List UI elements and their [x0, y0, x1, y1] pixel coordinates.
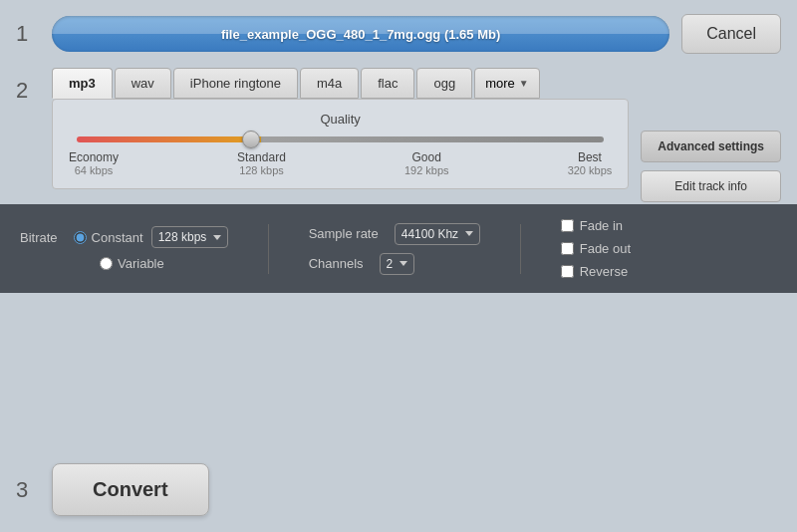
- sample-rate-dropdown[interactable]: 44100 Khz: [395, 223, 480, 245]
- advanced-panel: Bitrate Constant 128 kbps Variable: [0, 204, 797, 293]
- sample-rate-row: Sample rate 44100 Khz: [309, 223, 480, 245]
- reverse-checkbox[interactable]: [561, 265, 574, 278]
- quality-standard: Standard 128 kbps: [237, 150, 286, 176]
- file-bar: file_example_OGG_480_1_7mg.ogg (1.65 Mb): [52, 16, 669, 52]
- bitrate-constant-text: Constant: [92, 230, 143, 245]
- tab-more[interactable]: more ▼: [474, 68, 540, 99]
- tab-mp3[interactable]: mp3: [52, 68, 113, 99]
- step-2-number: 2: [16, 68, 40, 104]
- tab-ogg[interactable]: ogg: [416, 68, 472, 99]
- section-1: 1 file_example_OGG_480_1_7mg.ogg (1.65 M…: [0, 0, 797, 68]
- quality-title: Quality: [69, 112, 612, 127]
- slider-thumb[interactable]: [242, 131, 260, 148]
- tab-iphone-ringtone[interactable]: iPhone ringtone: [173, 68, 298, 99]
- fade-in-text: Fade in: [580, 218, 623, 233]
- quality-best: Best 320 kbps: [568, 150, 613, 176]
- fade-in-label[interactable]: Fade in: [561, 218, 631, 233]
- bitrate-variable-label[interactable]: Variable: [100, 256, 164, 271]
- sample-rate-label: Sample rate: [309, 226, 379, 241]
- quality-panel: Quality Economy 64 kbps Standard: [52, 99, 629, 189]
- bitrate-constant-radio[interactable]: [74, 231, 87, 244]
- format-tabs: mp3 wav iPhone ringtone m4a flac ogg: [52, 68, 781, 99]
- bitrate-variable-radio[interactable]: [100, 257, 113, 270]
- channels-dropdown[interactable]: 2: [380, 253, 414, 275]
- channels-label: Channels: [309, 256, 364, 271]
- bitrate-constant-label[interactable]: Constant: [74, 230, 143, 245]
- fade-out-label[interactable]: Fade out: [561, 241, 631, 256]
- divider-1: [268, 224, 269, 274]
- bitrate-variable-text: Variable: [118, 256, 164, 271]
- fade-in-checkbox[interactable]: [561, 219, 574, 232]
- empty-section: [0, 293, 797, 447]
- file-name: file_example_OGG_480_1_7mg.ogg (1.65 Mb): [221, 27, 500, 42]
- bitrate-row: Bitrate Constant 128 kbps: [20, 226, 228, 248]
- divider-2: [520, 224, 521, 274]
- section-3: 3 Convert: [0, 447, 797, 532]
- step-3-number: 3: [16, 477, 40, 503]
- cancel-button[interactable]: Cancel: [681, 14, 781, 54]
- tab-flac[interactable]: flac: [361, 68, 414, 99]
- bitrate-variable-row: Variable: [20, 256, 228, 271]
- slider-track: [77, 136, 604, 142]
- app-container: 1 file_example_OGG_480_1_7mg.ogg (1.65 M…: [0, 0, 797, 532]
- quality-good: Good 192 kbps: [404, 150, 449, 176]
- channels-row: Channels 2: [309, 253, 480, 275]
- advanced-settings-button[interactable]: Advanced settings: [641, 131, 781, 162]
- slider-labels: Economy 64 kbps Standard 128 kbps Good 1…: [69, 150, 612, 176]
- bitrate-section: Bitrate Constant 128 kbps Variable: [20, 226, 228, 271]
- effects-section: Fade in Fade out Reverse: [561, 218, 631, 279]
- edit-track-button[interactable]: Edit track info: [641, 170, 781, 202]
- reverse-text: Reverse: [580, 264, 628, 279]
- tab-m4a[interactable]: m4a: [300, 68, 359, 99]
- chevron-down-icon: ▼: [519, 78, 529, 89]
- fade-out-checkbox[interactable]: [561, 242, 574, 255]
- fade-out-text: Fade out: [580, 241, 631, 256]
- bitrate-kbps-dropdown[interactable]: 128 kbps: [151, 226, 228, 248]
- bitrate-label: Bitrate: [20, 230, 58, 245]
- sample-rate-section: Sample rate 44100 Khz Channels 2: [309, 223, 480, 275]
- slider-container: [77, 136, 604, 142]
- convert-button[interactable]: Convert: [52, 463, 209, 516]
- quality-economy: Economy 64 kbps: [69, 150, 119, 176]
- step-1-number: 1: [16, 21, 40, 47]
- tab-wav[interactable]: wav: [115, 68, 171, 99]
- reverse-label[interactable]: Reverse: [561, 264, 631, 279]
- side-buttons: Advanced settings Edit track info: [641, 99, 781, 202]
